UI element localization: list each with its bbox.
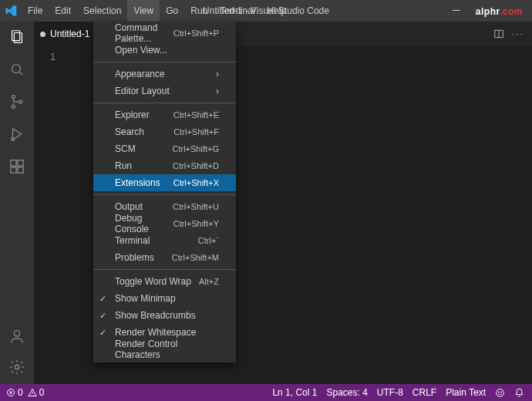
extensions-icon[interactable]	[6, 156, 28, 177]
account-icon[interactable]	[6, 325, 28, 347]
svg-rect-2	[14, 33, 22, 43]
svg-line-4	[19, 72, 22, 75]
title-bar: FileEditSelectionViewGoRunTerminalHelp U…	[0, 0, 532, 22]
errors-item[interactable]: 0	[6, 387, 23, 398]
svg-point-15	[15, 365, 19, 369]
svg-rect-1	[12, 31, 20, 41]
search-icon[interactable]	[6, 59, 28, 80]
svg-rect-10	[11, 160, 16, 166]
ln-col-item[interactable]: Ln 1, Col 1	[272, 387, 317, 398]
svg-point-6	[12, 105, 15, 108]
svg-point-3	[12, 65, 21, 73]
menu-item-problems[interactable]: ProblemsCtrl+Shift+M	[93, 249, 236, 266]
svg-rect-11	[11, 167, 16, 173]
menu-item-terminal[interactable]: TerminalCtrl+`	[93, 232, 236, 249]
window-title: Untitled-1 - Visual Studio Code	[203, 5, 329, 16]
encoding-item[interactable]: UTF-8	[377, 387, 403, 398]
svg-point-7	[19, 100, 22, 103]
menu-item-search[interactable]: SearchCtrl+Shift+F	[93, 123, 236, 140]
notifications-icon[interactable]	[514, 388, 524, 398]
menu-go[interactable]: Go	[160, 0, 184, 22]
dirty-indicator-icon	[40, 32, 45, 37]
menu-file[interactable]: File	[22, 0, 49, 22]
menu-item-debug-console[interactable]: Debug ConsoleCtrl+Shift+Y	[93, 215, 236, 232]
svg-point-24	[501, 391, 502, 392]
svg-rect-13	[18, 160, 23, 166]
menu-edit[interactable]: Edit	[49, 0, 77, 22]
warnings-item[interactable]: 0	[28, 387, 45, 398]
menu-item-toggle-word-wrap[interactable]: Toggle Word WrapAlt+Z	[93, 273, 236, 290]
menu-item-extensions[interactable]: ExtensionsCtrl+Shift+X	[93, 174, 236, 191]
menu-item-show-minimap[interactable]: ✓Show Minimap	[93, 290, 236, 307]
menu-view[interactable]: View	[127, 0, 160, 22]
svg-point-5	[12, 96, 15, 99]
scm-icon[interactable]	[6, 91, 28, 113]
run-icon[interactable]	[6, 123, 28, 145]
spaces-item[interactable]: Spaces: 4	[326, 387, 367, 398]
settings-gear-icon[interactable]	[6, 356, 28, 378]
minimize-button[interactable]	[443, 0, 470, 22]
menu-item-show-breadcrumbs[interactable]: ✓Show Breadcrumbs	[93, 307, 236, 324]
eol-item[interactable]: CRLF	[412, 387, 436, 398]
menu-item-render-control-characters[interactable]: Render Control Characters	[93, 341, 236, 358]
menu-selection[interactable]: Selection	[77, 0, 127, 22]
menu-item-editor-layout[interactable]: Editor Layout›	[93, 83, 236, 99]
svg-rect-12	[18, 167, 23, 173]
more-icon[interactable]: ···	[512, 29, 524, 39]
menu-item-explorer[interactable]: ExplorerCtrl+Shift+E	[93, 106, 236, 123]
tab-label: Untitled-1	[50, 29, 89, 39]
svg-point-22	[497, 389, 504, 396]
menu-item-run[interactable]: RunCtrl+Shift+D	[93, 157, 236, 174]
svg-point-23	[498, 391, 499, 392]
vscode-logo-icon	[0, 0, 22, 22]
svg-point-14	[14, 331, 19, 336]
view-menu-dropdown: Command Palette...Ctrl+Shift+POpen View.…	[93, 22, 236, 362]
line-gutter: 1	[34, 46, 66, 384]
menu-item-command-palette[interactable]: Command Palette...Ctrl+Shift+P	[93, 25, 236, 42]
split-editor-icon[interactable]	[493, 29, 504, 39]
feedback-icon[interactable]	[495, 388, 505, 398]
menu-item-scm[interactable]: SCMCtrl+Shift+G	[93, 140, 236, 157]
svg-rect-0	[453, 10, 460, 11]
activity-bar	[0, 22, 34, 384]
alphr-watermark: alphr.com	[471, 5, 527, 17]
status-bar: 0 0 Ln 1, Col 1 Spaces: 4 UTF-8 CRLF Pla…	[0, 384, 532, 401]
explorer-icon[interactable]	[6, 26, 28, 48]
menu-item-open-view[interactable]: Open View...	[93, 42, 236, 59]
language-item[interactable]: Plain Text	[446, 387, 486, 398]
menu-item-appearance[interactable]: Appearance›	[93, 66, 236, 83]
